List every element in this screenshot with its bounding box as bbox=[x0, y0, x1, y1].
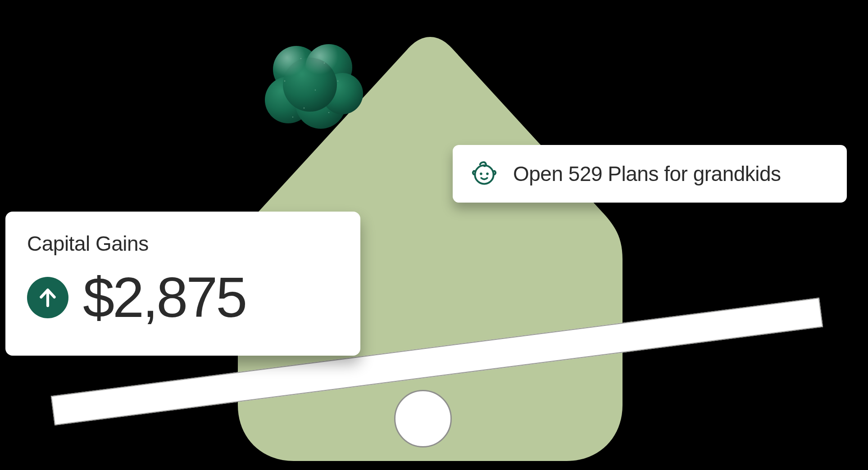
svg-point-17 bbox=[480, 172, 482, 175]
svg-point-15 bbox=[315, 90, 316, 91]
baby-face-icon bbox=[471, 160, 498, 187]
arrow-up-icon bbox=[27, 277, 68, 318]
svg-point-12 bbox=[304, 108, 305, 109]
svg-point-8 bbox=[284, 81, 286, 82]
capital-gains-title: Capital Gains bbox=[27, 231, 339, 256]
svg-point-13 bbox=[328, 112, 330, 113]
capital-gains-value-row: $2,875 bbox=[27, 269, 339, 326]
svg-point-14 bbox=[292, 117, 293, 118]
svg-point-11 bbox=[337, 81, 339, 82]
svg-point-16 bbox=[475, 165, 493, 184]
svg-point-9 bbox=[300, 58, 302, 59]
plan-529-label: Open 529 Plans for grandkids bbox=[513, 162, 781, 186]
abstract-blob-icon bbox=[261, 41, 365, 140]
plan-529-card[interactable]: Open 529 Plans for grandkids bbox=[453, 145, 847, 203]
seesaw-fulcrum bbox=[394, 390, 452, 447]
illustration-stage: Open 529 Plans for grandkids Capital Gai… bbox=[0, 0, 868, 470]
capital-gains-amount: $2,875 bbox=[83, 269, 245, 326]
svg-point-18 bbox=[486, 172, 489, 175]
svg-point-7 bbox=[305, 44, 352, 91]
svg-point-10 bbox=[324, 63, 325, 64]
capital-gains-card[interactable]: Capital Gains $2,875 bbox=[5, 212, 360, 356]
